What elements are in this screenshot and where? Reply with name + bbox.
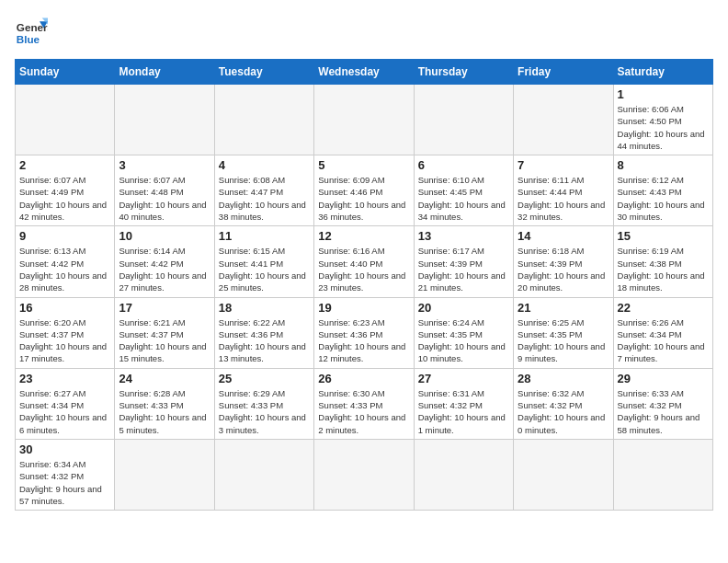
day-info: Sunrise: 6:11 AM Sunset: 4:44 PM Dayligh… — [518, 174, 609, 223]
day-info: Sunrise: 6:20 AM Sunset: 4:37 PM Dayligh… — [19, 316, 110, 365]
day-info: Sunrise: 6:22 AM Sunset: 4:36 PM Dayligh… — [219, 316, 310, 365]
day-number: 24 — [119, 372, 210, 385]
day-number: 25 — [219, 372, 310, 385]
day-info: Sunrise: 6:24 AM Sunset: 4:35 PM Dayligh… — [418, 316, 509, 365]
calendar-week-row: 9Sunrise: 6:13 AM Sunset: 4:42 PM Daylig… — [16, 226, 713, 297]
page-header: General Blue — [15, 15, 713, 48]
day-number: 27 — [418, 372, 509, 385]
calendar-day-cell: 9Sunrise: 6:13 AM Sunset: 4:42 PM Daylig… — [16, 226, 115, 297]
day-number: 18 — [219, 301, 310, 315]
day-info: Sunrise: 6:23 AM Sunset: 4:36 PM Dayligh… — [318, 316, 409, 365]
calendar-day-cell: 7Sunrise: 6:11 AM Sunset: 4:44 PM Daylig… — [514, 155, 613, 226]
day-info: Sunrise: 6:13 AM Sunset: 4:42 PM Dayligh… — [19, 245, 110, 293]
day-info: Sunrise: 6:09 AM Sunset: 4:46 PM Dayligh… — [318, 174, 409, 223]
day-number: 12 — [318, 229, 409, 243]
calendar-week-row: 1Sunrise: 6:06 AM Sunset: 4:50 PM Daylig… — [16, 85, 713, 155]
calendar-day-cell — [314, 85, 414, 155]
calendar-day-cell — [414, 439, 513, 510]
calendar-day-cell: 20Sunrise: 6:24 AM Sunset: 4:35 PM Dayli… — [414, 297, 513, 368]
calendar-day-cell: 4Sunrise: 6:08 AM Sunset: 4:47 PM Daylig… — [214, 155, 313, 226]
day-info: Sunrise: 6:25 AM Sunset: 4:35 PM Dayligh… — [518, 316, 609, 365]
day-number: 8 — [618, 158, 709, 172]
day-info: Sunrise: 6:29 AM Sunset: 4:33 PM Dayligh… — [219, 387, 310, 436]
day-number: 16 — [19, 301, 110, 315]
day-number: 7 — [518, 158, 609, 172]
calendar-day-cell: 18Sunrise: 6:22 AM Sunset: 4:36 PM Dayli… — [214, 297, 313, 368]
calendar-weekday-header: Wednesday — [314, 60, 414, 85]
calendar-weekday-header: Sunday — [16, 60, 115, 85]
day-number: 10 — [119, 229, 210, 243]
day-info: Sunrise: 6:07 AM Sunset: 4:48 PM Dayligh… — [119, 174, 210, 223]
day-info: Sunrise: 6:27 AM Sunset: 4:34 PM Dayligh… — [19, 387, 110, 436]
logo: General Blue — [15, 15, 48, 48]
calendar-weekday-header: Saturday — [613, 60, 712, 85]
day-info: Sunrise: 6:31 AM Sunset: 4:32 PM Dayligh… — [418, 387, 509, 436]
day-number: 29 — [618, 372, 709, 385]
day-number: 17 — [119, 301, 210, 315]
day-number: 22 — [618, 301, 709, 315]
day-info: Sunrise: 6:12 AM Sunset: 4:43 PM Dayligh… — [618, 174, 709, 223]
day-info: Sunrise: 6:17 AM Sunset: 4:39 PM Dayligh… — [418, 245, 509, 293]
day-info: Sunrise: 6:21 AM Sunset: 4:37 PM Dayligh… — [119, 316, 210, 365]
calendar-week-row: 23Sunrise: 6:27 AM Sunset: 4:34 PM Dayli… — [16, 368, 713, 439]
calendar-header-row: SundayMondayTuesdayWednesdayThursdayFrid… — [16, 60, 713, 85]
day-number: 2 — [19, 158, 110, 172]
calendar-day-cell: 22Sunrise: 6:26 AM Sunset: 4:34 PM Dayli… — [613, 297, 712, 368]
day-info: Sunrise: 6:32 AM Sunset: 4:32 PM Dayligh… — [518, 387, 609, 436]
calendar-weekday-header: Monday — [115, 60, 214, 85]
calendar-day-cell: 25Sunrise: 6:29 AM Sunset: 4:33 PM Dayli… — [214, 368, 313, 439]
day-info: Sunrise: 6:33 AM Sunset: 4:32 PM Dayligh… — [618, 387, 709, 436]
calendar-weekday-header: Tuesday — [214, 60, 313, 85]
day-number: 1 — [618, 87, 709, 101]
calendar-day-cell — [613, 439, 712, 510]
day-number: 3 — [119, 158, 210, 172]
calendar-day-cell: 24Sunrise: 6:28 AM Sunset: 4:33 PM Dayli… — [115, 368, 214, 439]
day-info: Sunrise: 6:06 AM Sunset: 4:50 PM Dayligh… — [618, 103, 709, 152]
day-info: Sunrise: 6:26 AM Sunset: 4:34 PM Dayligh… — [618, 316, 709, 365]
calendar-day-cell: 28Sunrise: 6:32 AM Sunset: 4:32 PM Dayli… — [514, 368, 613, 439]
calendar-day-cell — [214, 85, 313, 155]
calendar-day-cell: 13Sunrise: 6:17 AM Sunset: 4:39 PM Dayli… — [414, 226, 513, 297]
calendar-table: SundayMondayTuesdayWednesdayThursdayFrid… — [15, 59, 713, 511]
day-number: 6 — [418, 158, 509, 172]
day-info: Sunrise: 6:15 AM Sunset: 4:41 PM Dayligh… — [219, 245, 310, 293]
day-info: Sunrise: 6:18 AM Sunset: 4:39 PM Dayligh… — [518, 245, 609, 293]
calendar-day-cell: 23Sunrise: 6:27 AM Sunset: 4:34 PM Dayli… — [16, 368, 115, 439]
day-info: Sunrise: 6:14 AM Sunset: 4:42 PM Dayligh… — [119, 245, 210, 293]
calendar-day-cell: 8Sunrise: 6:12 AM Sunset: 4:43 PM Daylig… — [613, 155, 712, 226]
day-info: Sunrise: 6:08 AM Sunset: 4:47 PM Dayligh… — [219, 174, 310, 223]
calendar-day-cell — [514, 85, 613, 155]
calendar-day-cell: 3Sunrise: 6:07 AM Sunset: 4:48 PM Daylig… — [115, 155, 214, 226]
calendar-day-cell: 6Sunrise: 6:10 AM Sunset: 4:45 PM Daylig… — [414, 155, 513, 226]
calendar-day-cell: 27Sunrise: 6:31 AM Sunset: 4:32 PM Dayli… — [414, 368, 513, 439]
day-number: 4 — [219, 158, 310, 172]
day-info: Sunrise: 6:10 AM Sunset: 4:45 PM Dayligh… — [418, 174, 509, 223]
calendar-day-cell: 1Sunrise: 6:06 AM Sunset: 4:50 PM Daylig… — [613, 85, 712, 155]
day-info: Sunrise: 6:28 AM Sunset: 4:33 PM Dayligh… — [119, 387, 210, 436]
day-info: Sunrise: 6:07 AM Sunset: 4:49 PM Dayligh… — [19, 174, 110, 223]
calendar-week-row: 30Sunrise: 6:34 AM Sunset: 4:32 PM Dayli… — [16, 439, 713, 510]
day-info: Sunrise: 6:34 AM Sunset: 4:32 PM Dayligh… — [19, 458, 110, 507]
day-number: 26 — [318, 372, 409, 385]
calendar-day-cell: 17Sunrise: 6:21 AM Sunset: 4:37 PM Dayli… — [115, 297, 214, 368]
day-number: 15 — [618, 229, 709, 243]
calendar-day-cell — [314, 439, 414, 510]
calendar-day-cell: 19Sunrise: 6:23 AM Sunset: 4:36 PM Dayli… — [314, 297, 414, 368]
day-number: 30 — [19, 442, 110, 456]
day-number: 13 — [418, 229, 509, 243]
calendar-day-cell — [115, 439, 214, 510]
calendar-day-cell: 10Sunrise: 6:14 AM Sunset: 4:42 PM Dayli… — [115, 226, 214, 297]
calendar-day-cell: 14Sunrise: 6:18 AM Sunset: 4:39 PM Dayli… — [514, 226, 613, 297]
day-info: Sunrise: 6:30 AM Sunset: 4:33 PM Dayligh… — [318, 387, 409, 436]
calendar-weekday-header: Friday — [514, 60, 613, 85]
calendar-day-cell — [414, 85, 513, 155]
calendar-day-cell: 5Sunrise: 6:09 AM Sunset: 4:46 PM Daylig… — [314, 155, 414, 226]
day-number: 14 — [518, 229, 609, 243]
day-number: 9 — [19, 229, 110, 243]
day-number: 11 — [219, 229, 310, 243]
calendar-day-cell — [16, 85, 115, 155]
day-number: 23 — [19, 372, 110, 385]
calendar-day-cell — [115, 85, 214, 155]
calendar-day-cell — [214, 439, 313, 510]
svg-text:Blue: Blue — [17, 33, 40, 45]
